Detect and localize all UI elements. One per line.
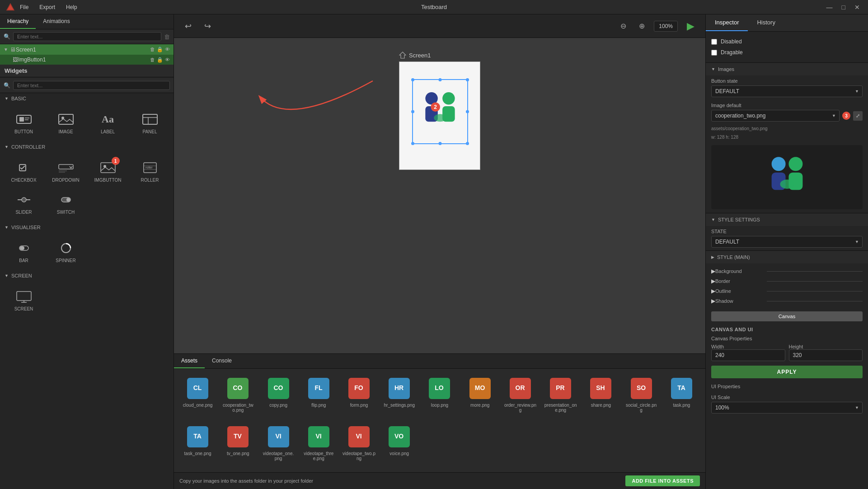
asset-item[interactable]: CO copy.png [260, 374, 296, 419]
height-input[interactable] [789, 349, 863, 361]
canvas-button[interactable]: Canvas [711, 311, 863, 321]
section-screen-header[interactable]: ▼ SCREEN [0, 270, 174, 281]
redo-button[interactable]: ↪ [201, 19, 215, 33]
tree-item-imgbutton1[interactable]: 🖼 ImgButton1 🗑 🔒 👁 [0, 55, 174, 65]
zoom-in-button[interactable]: ⊕ [635, 20, 648, 32]
section-basic-header[interactable]: ▼ BASIC [0, 93, 174, 104]
handle-tl[interactable] [411, 78, 414, 81]
tab-animations[interactable]: Animations [36, 14, 77, 29]
widget-button[interactable]: BUTTON [4, 108, 44, 138]
tab-inspector[interactable]: Inspector [706, 14, 748, 31]
widget-slider[interactable]: SLIDER [4, 188, 44, 218]
widget-panel[interactable]: PANEL [130, 108, 170, 138]
asset-item[interactable]: SO social_circle.png [623, 374, 660, 419]
widget-bar[interactable]: BAR [4, 236, 44, 267]
tab-history[interactable]: History [748, 14, 784, 31]
hierarchy-search-input[interactable] [13, 32, 161, 41]
asset-item[interactable]: FL flip.png [300, 374, 337, 419]
asset-item[interactable]: VO voice.png [381, 423, 418, 467]
widget-roller[interactable]: roller ROLLER [130, 156, 170, 186]
asset-label: task_one.png [184, 451, 211, 456]
asset-item[interactable]: TA task.png [663, 374, 700, 419]
asset-label: presentation_one.png [544, 403, 577, 413]
ui-scale-select[interactable]: 100% [711, 402, 863, 414]
minimize-button[interactable]: — [824, 3, 835, 12]
asset-item[interactable]: TV tv_one.png [220, 423, 256, 467]
svg-text:CO: CO [273, 384, 283, 391]
menu-help[interactable]: Help [61, 2, 82, 12]
widget-screen[interactable]: SCREEN [4, 285, 44, 315]
widget-label[interactable]: Aa LABEL [88, 108, 128, 138]
clear-hierarchy-icon[interactable]: 🗑 [164, 33, 170, 40]
handle-br[interactable] [466, 142, 469, 145]
widget-spinner[interactable]: SPINNER [46, 236, 86, 267]
handle-tm[interactable] [439, 78, 442, 81]
handle-ml[interactable] [411, 110, 414, 113]
asset-item[interactable]: VI videotape_three.png [300, 423, 337, 467]
menu-file[interactable]: File [15, 2, 33, 12]
tab-hierarchy[interactable]: Hierachy [0, 14, 36, 29]
asset-item[interactable]: TA task_one.png [179, 423, 216, 467]
zoom-level[interactable]: 100% [654, 21, 678, 32]
maximize-button[interactable]: □ [839, 3, 848, 12]
border-line [767, 281, 863, 282]
image-default-select[interactable]: cooperation_two.png [711, 110, 840, 122]
tree-item-label: ImgButton1 [18, 56, 46, 63]
widget-checkbox[interactable]: CHECKBOX [4, 156, 44, 186]
tree-item-screen1[interactable]: ▼ 🖥 Screen1 🗑 🔒 👁 [0, 44, 174, 55]
widget-switch[interactable]: SWITCH [46, 188, 86, 218]
dragable-label: Dragable [721, 49, 743, 56]
chevron-icon: ▼ [5, 273, 9, 278]
apply-button[interactable]: APPLY [711, 366, 863, 378]
zoom-out-button[interactable]: ⊖ [617, 20, 630, 32]
close-button[interactable]: ✕ [852, 3, 863, 12]
checkbox-icon [15, 160, 33, 176]
section-controller-header[interactable]: ▼ CONTROLLER [0, 141, 174, 152]
asset-item[interactable]: FO form.png [341, 374, 377, 419]
asset-item[interactable]: OR order_review.png [502, 374, 539, 419]
handle-mr[interactable] [466, 110, 469, 113]
asset-item[interactable]: VI videotape_two.png [341, 423, 377, 467]
eye-icon[interactable]: 👁 [165, 57, 170, 63]
lock-icon[interactable]: 🔒 [157, 47, 163, 52]
delete-icon[interactable]: 🗑 [150, 57, 155, 63]
lock-icon[interactable]: 🔒 [157, 57, 163, 63]
section-basic-label: BASIC [11, 96, 26, 101]
eye-icon[interactable]: 👁 [165, 47, 170, 52]
play-button[interactable]: ▶ [683, 19, 698, 34]
chevron-icon: ▼ [5, 145, 9, 149]
undo-button[interactable]: ↩ [181, 19, 195, 33]
menu-export[interactable]: Export [35, 2, 60, 12]
widgets-search-input[interactable] [13, 81, 170, 90]
widget-image[interactable]: IMAGE [46, 108, 86, 138]
tab-console[interactable]: Console [205, 354, 239, 368]
add-file-button[interactable]: ADD FILE INTO ASSETS [625, 475, 700, 486]
section-visualiser-header[interactable]: ▼ VISUALISER [0, 222, 174, 233]
asset-label: videotape_one.png [262, 451, 295, 461]
width-input[interactable] [711, 349, 785, 361]
screen-frame[interactable]: 2 [399, 61, 480, 170]
widget-dropdown[interactable]: DROPDOWN [46, 156, 86, 186]
asset-item[interactable]: HR hr_settings.png [381, 374, 418, 419]
asset-item[interactable]: LO loop.png [421, 374, 458, 419]
asset-item[interactable]: VI videotape_one.png [260, 423, 296, 467]
dragable-checkbox[interactable] [711, 50, 717, 56]
state-select[interactable]: DEFAULT [711, 236, 863, 248]
asset-item[interactable]: SH share.png [582, 374, 619, 419]
widget-imgbutton[interactable]: 1 IMGBUTTON [88, 156, 128, 186]
tab-assets[interactable]: Assets [174, 354, 205, 368]
handle-tr[interactable] [466, 78, 469, 81]
disabled-checkbox[interactable] [711, 39, 717, 45]
widgets-section: Widgets 🔍 ▼ BASIC BUTTON [0, 65, 174, 489]
delete-icon[interactable]: 🗑 [150, 47, 155, 52]
asset-item[interactable]: PR presentation_one.png [542, 374, 579, 419]
asset-item[interactable]: CL cloud_one.png [179, 374, 216, 419]
background-line [767, 271, 863, 272]
asset-item[interactable]: CO cooperation_two.png [220, 374, 256, 419]
expand-image-button[interactable]: ⤢ [853, 111, 863, 121]
handle-bl[interactable] [411, 142, 414, 145]
button-state-select[interactable]: DEFAULT [711, 85, 863, 97]
handle-bm[interactable] [439, 142, 442, 145]
asset-item[interactable]: MO more.png [462, 374, 498, 419]
asset-svg: CL [185, 376, 210, 401]
